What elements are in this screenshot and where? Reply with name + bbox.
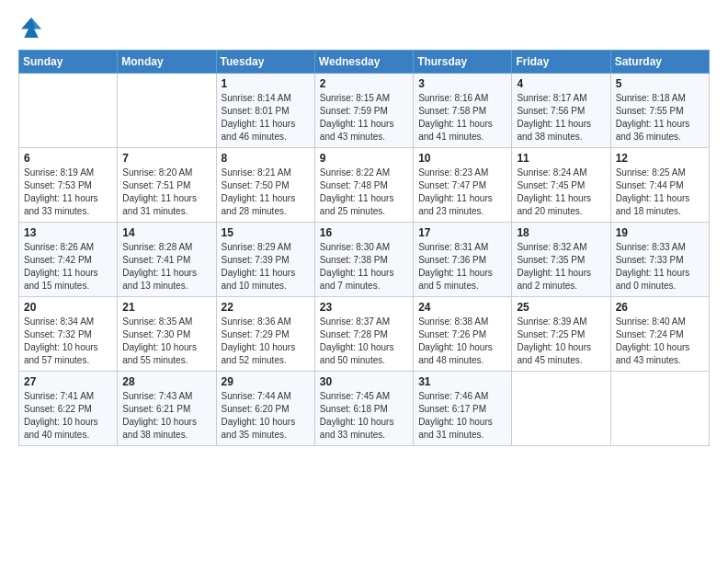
calendar-body: 1Sunrise: 8:14 AM Sunset: 8:01 PM Daylig…	[19, 74, 710, 446]
calendar-cell: 22Sunrise: 8:36 AM Sunset: 7:29 PM Dayli…	[216, 297, 314, 372]
calendar-cell: 15Sunrise: 8:29 AM Sunset: 7:39 PM Dayli…	[216, 223, 314, 297]
day-number: 11	[517, 152, 605, 165]
day-info: Sunrise: 8:21 AM Sunset: 7:50 PM Dayligh…	[222, 167, 310, 218]
calendar-cell: 4Sunrise: 8:17 AM Sunset: 7:56 PM Daylig…	[512, 74, 610, 148]
day-info: Sunrise: 8:29 AM Sunset: 7:39 PM Dayligh…	[222, 241, 310, 293]
calendar-cell: 23Sunrise: 8:37 AM Sunset: 7:28 PM Dayli…	[314, 297, 413, 372]
day-info: Sunrise: 8:19 AM Sunset: 7:53 PM Dayligh…	[24, 167, 112, 218]
day-number: 17	[418, 226, 506, 239]
day-info: Sunrise: 8:23 AM Sunset: 7:47 PM Dayligh…	[418, 167, 506, 218]
day-number: 3	[418, 77, 506, 90]
calendar-cell: 3Sunrise: 8:16 AM Sunset: 7:58 PM Daylig…	[414, 74, 512, 148]
day-info: Sunrise: 8:40 AM Sunset: 7:24 PM Dayligh…	[616, 316, 704, 367]
day-number: 18	[517, 226, 605, 239]
day-number: 7	[122, 152, 210, 165]
day-number: 26	[616, 301, 704, 314]
calendar-cell: 11Sunrise: 8:24 AM Sunset: 7:45 PM Dayli…	[512, 148, 610, 223]
day-info: Sunrise: 8:28 AM Sunset: 7:41 PM Dayligh…	[122, 241, 210, 293]
day-info: Sunrise: 8:38 AM Sunset: 7:26 PM Dayligh…	[418, 316, 506, 367]
day-info: Sunrise: 8:39 AM Sunset: 7:25 PM Dayligh…	[517, 316, 605, 367]
day-info: Sunrise: 8:30 AM Sunset: 7:38 PM Dayligh…	[320, 241, 408, 293]
day-number: 19	[616, 226, 704, 239]
calendar-cell: 12Sunrise: 8:25 AM Sunset: 7:44 PM Dayli…	[610, 148, 709, 223]
calendar-cell: 10Sunrise: 8:23 AM Sunset: 7:47 PM Dayli…	[414, 148, 512, 223]
day-info: Sunrise: 8:17 AM Sunset: 7:56 PM Dayligh…	[517, 92, 605, 144]
calendar-cell: 8Sunrise: 8:21 AM Sunset: 7:50 PM Daylig…	[216, 148, 314, 223]
logo	[18, 15, 48, 40]
day-header-monday: Monday	[118, 51, 216, 74]
calendar-header: SundayMondayTuesdayWednesdayThursdayFrid…	[19, 51, 710, 74]
calendar-week-1: 1Sunrise: 8:14 AM Sunset: 8:01 PM Daylig…	[19, 74, 710, 148]
day-info: Sunrise: 8:34 AM Sunset: 7:32 PM Dayligh…	[24, 316, 112, 367]
day-number: 14	[122, 226, 210, 239]
day-info: Sunrise: 8:37 AM Sunset: 7:28 PM Dayligh…	[320, 316, 408, 367]
day-number: 15	[222, 226, 310, 239]
day-info: Sunrise: 8:22 AM Sunset: 7:48 PM Dayligh…	[320, 167, 408, 218]
calendar-week-5: 27Sunrise: 7:41 AM Sunset: 6:22 PM Dayli…	[19, 372, 710, 446]
calendar-cell: 14Sunrise: 8:28 AM Sunset: 7:41 PM Dayli…	[118, 223, 216, 297]
calendar-cell: 6Sunrise: 8:19 AM Sunset: 7:53 PM Daylig…	[19, 148, 118, 223]
day-header-friday: Friday	[512, 51, 610, 74]
calendar-cell: 17Sunrise: 8:31 AM Sunset: 7:36 PM Dayli…	[414, 223, 512, 297]
calendar-cell: 24Sunrise: 8:38 AM Sunset: 7:26 PM Dayli…	[414, 297, 512, 372]
day-info: Sunrise: 8:35 AM Sunset: 7:30 PM Dayligh…	[122, 316, 210, 367]
day-header-saturday: Saturday	[610, 51, 709, 74]
day-info: Sunrise: 8:25 AM Sunset: 7:44 PM Dayligh…	[616, 167, 704, 218]
calendar-cell: 9Sunrise: 8:22 AM Sunset: 7:48 PM Daylig…	[314, 148, 413, 223]
calendar-cell: 7Sunrise: 8:20 AM Sunset: 7:51 PM Daylig…	[118, 148, 216, 223]
day-info: Sunrise: 8:18 AM Sunset: 7:55 PM Dayligh…	[616, 92, 704, 144]
calendar-cell: 1Sunrise: 8:14 AM Sunset: 8:01 PM Daylig…	[216, 74, 314, 148]
calendar-cell: 27Sunrise: 7:41 AM Sunset: 6:22 PM Dayli…	[19, 372, 118, 446]
day-info: Sunrise: 7:46 AM Sunset: 6:17 PM Dayligh…	[418, 390, 506, 442]
calendar-cell: 25Sunrise: 8:39 AM Sunset: 7:25 PM Dayli…	[512, 297, 610, 372]
day-info: Sunrise: 8:36 AM Sunset: 7:29 PM Dayligh…	[222, 316, 310, 367]
day-number: 10	[418, 152, 506, 165]
calendar-cell: 19Sunrise: 8:33 AM Sunset: 7:33 PM Dayli…	[610, 223, 709, 297]
day-info: Sunrise: 7:43 AM Sunset: 6:21 PM Dayligh…	[122, 390, 210, 442]
day-number: 30	[320, 375, 408, 388]
day-number: 22	[222, 301, 310, 314]
calendar-cell: 16Sunrise: 8:30 AM Sunset: 7:38 PM Dayli…	[314, 223, 413, 297]
logo-icon	[18, 15, 44, 40]
calendar-cell: 2Sunrise: 8:15 AM Sunset: 7:59 PM Daylig…	[314, 74, 413, 148]
day-number: 2	[320, 77, 408, 90]
day-headers-row: SundayMondayTuesdayWednesdayThursdayFrid…	[19, 51, 710, 74]
header	[18, 15, 710, 40]
calendar-cell	[610, 372, 709, 446]
day-header-thursday: Thursday	[414, 51, 512, 74]
day-number: 6	[24, 152, 112, 165]
day-info: Sunrise: 8:31 AM Sunset: 7:36 PM Dayligh…	[418, 241, 506, 293]
day-number: 28	[122, 375, 210, 388]
day-info: Sunrise: 8:16 AM Sunset: 7:58 PM Dayligh…	[418, 92, 506, 144]
calendar-cell: 18Sunrise: 8:32 AM Sunset: 7:35 PM Dayli…	[512, 223, 610, 297]
day-header-sunday: Sunday	[19, 51, 118, 74]
day-number: 20	[24, 301, 112, 314]
day-header-wednesday: Wednesday	[314, 51, 413, 74]
day-number: 21	[122, 301, 210, 314]
calendar-cell: 20Sunrise: 8:34 AM Sunset: 7:32 PM Dayli…	[19, 297, 118, 372]
day-number: 16	[320, 226, 408, 239]
day-number: 31	[418, 375, 506, 388]
day-number: 9	[320, 152, 408, 165]
calendar-cell: 5Sunrise: 8:18 AM Sunset: 7:55 PM Daylig…	[610, 74, 709, 148]
calendar-cell: 13Sunrise: 8:26 AM Sunset: 7:42 PM Dayli…	[19, 223, 118, 297]
calendar-week-4: 20Sunrise: 8:34 AM Sunset: 7:32 PM Dayli…	[19, 297, 710, 372]
calendar-cell	[118, 74, 216, 148]
day-number: 24	[418, 301, 506, 314]
day-info: Sunrise: 7:44 AM Sunset: 6:20 PM Dayligh…	[222, 390, 310, 442]
day-info: Sunrise: 7:41 AM Sunset: 6:22 PM Dayligh…	[24, 390, 112, 442]
calendar-table: SundayMondayTuesdayWednesdayThursdayFrid…	[18, 50, 710, 446]
day-info: Sunrise: 8:15 AM Sunset: 7:59 PM Dayligh…	[320, 92, 408, 144]
calendar-cell	[512, 372, 610, 446]
day-number: 29	[222, 375, 310, 388]
day-info: Sunrise: 8:32 AM Sunset: 7:35 PM Dayligh…	[517, 241, 605, 293]
day-info: Sunrise: 7:45 AM Sunset: 6:18 PM Dayligh…	[320, 390, 408, 442]
calendar-week-2: 6Sunrise: 8:19 AM Sunset: 7:53 PM Daylig…	[19, 148, 710, 223]
day-number: 12	[616, 152, 704, 165]
day-number: 5	[616, 77, 704, 90]
calendar-cell: 26Sunrise: 8:40 AM Sunset: 7:24 PM Dayli…	[610, 297, 709, 372]
calendar-week-3: 13Sunrise: 8:26 AM Sunset: 7:42 PM Dayli…	[19, 223, 710, 297]
day-info: Sunrise: 8:26 AM Sunset: 7:42 PM Dayligh…	[24, 241, 112, 293]
day-number: 23	[320, 301, 408, 314]
calendar-cell: 29Sunrise: 7:44 AM Sunset: 6:20 PM Dayli…	[216, 372, 314, 446]
